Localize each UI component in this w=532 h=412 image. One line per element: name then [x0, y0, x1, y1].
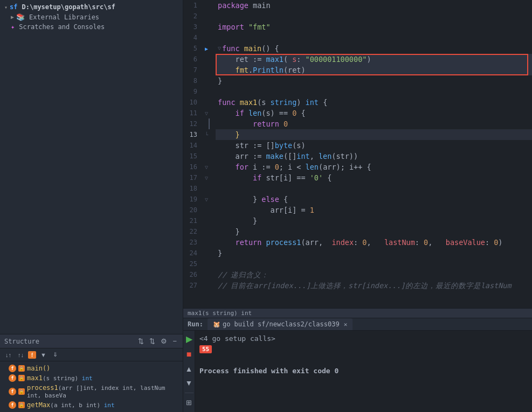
- ln-10: 10: [183, 97, 201, 108]
- expand2-btn[interactable]: ⇓: [51, 350, 60, 359]
- collapse-all-btn[interactable]: ↑↓: [16, 351, 26, 359]
- struct-item-main[interactable]: f 🔒 main(): [0, 364, 183, 373]
- token: byte: [275, 140, 293, 151]
- token: arr[i] =: [218, 205, 310, 215]
- tree-item-scratches[interactable]: ✦ Scratches and Consoles: [0, 22, 183, 32]
- gutter-19[interactable]: ▽: [205, 194, 216, 205]
- gutter-10: [205, 97, 216, 108]
- output-setup-calls: <4 go setup calls>: [199, 333, 528, 344]
- token: ): [296, 97, 305, 108]
- code-line-2: [216, 11, 532, 22]
- setup-text: <4 go setup calls>: [199, 334, 275, 343]
- token: {: [323, 172, 331, 183]
- tree-scratch-label: Scratches and Consoles: [19, 23, 105, 31]
- output-exit: Process finished with exit code 0: [199, 365, 528, 376]
- scroll-up-btn[interactable]: ▲: [183, 364, 195, 374]
- run-panel: Run: 🐹 go build sf/newclass2/class039 ✕ …: [183, 318, 532, 412]
- view-btn[interactable]: ▼: [38, 351, 49, 359]
- play-btn[interactable]: ▶: [184, 333, 195, 345]
- settings-btn[interactable]: ⚙: [159, 337, 169, 346]
- gutter-13[interactable]: └: [205, 129, 216, 140]
- ln-3: 3: [183, 22, 201, 32]
- token: 0: [284, 118, 288, 129]
- token: {: [279, 194, 288, 205]
- code-line-13: }: [216, 129, 532, 140]
- token: fmt: [236, 65, 248, 75]
- expand-all-btn[interactable]: ↓↑: [3, 351, 13, 359]
- token: [218, 162, 236, 172]
- ln-27: 27: [183, 280, 201, 291]
- gutter-17[interactable]: ▽: [205, 172, 216, 183]
- filter-btn[interactable]: f: [28, 351, 36, 359]
- struct-item-getmax[interactable]: f 🔒 getMax(a int, b int) int: [0, 400, 183, 410]
- token: }: [218, 75, 222, 86]
- token: (: [284, 54, 292, 65]
- token: func: [218, 97, 236, 108]
- code-line-27: // 目前在arr[index...]上做选择，str[index...]的左边…: [216, 280, 532, 291]
- ln-1: 1: [183, 0, 201, 11]
- ln-7: 7: [183, 65, 201, 75]
- struct-item-process1[interactable]: f 🔒 process1(arr []int, index int, lastN…: [0, 383, 183, 400]
- token: :: [415, 237, 424, 248]
- fold-inline-5: ▽: [218, 43, 221, 54]
- gutter-8: [205, 75, 216, 86]
- code-line-14: str := []byte(s): [216, 140, 532, 151]
- code-line-22: }: [216, 226, 532, 237]
- token: 1: [310, 205, 314, 215]
- code-editor[interactable]: 1 2 3 4 5 6 7 8 9 10 11 12 13 14 15 16 1…: [183, 0, 532, 308]
- func-name-getmax: getMax(a int, b int) int: [27, 401, 115, 409]
- tree-item-sf[interactable]: ▾ sf D:\mysetup\gopath\src\sf: [0, 2, 183, 12]
- token: "000001100000": [306, 54, 367, 65]
- ln-8: 8: [183, 75, 201, 86]
- editor-area: 1 2 3 4 5 6 7 8 9 10 11 12 13 14 15 16 1…: [183, 0, 532, 412]
- code-line-6: ret := max1( s: "000001100000"): [216, 54, 532, 65]
- grid-btn[interactable]: ⊞: [184, 397, 194, 408]
- token: [218, 108, 236, 118]
- token: str[i] ==: [261, 172, 309, 183]
- gutter-5[interactable]: ▶: [205, 43, 216, 54]
- code-line-11: if len(s) == 0 {: [216, 108, 532, 118]
- fold-icon-19: ▽: [205, 197, 208, 202]
- run-tab-main[interactable]: 🐹 go build sf/newclass2/class039 ✕: [208, 318, 353, 330]
- token: max1: [240, 97, 258, 108]
- stop-btn[interactable]: ■: [184, 348, 194, 360]
- ln-25: 25: [183, 259, 201, 269]
- scroll-down-btn[interactable]: ▼: [183, 378, 195, 388]
- token: len: [248, 108, 261, 118]
- gutter-11[interactable]: ▽: [205, 108, 216, 118]
- token: 0: [424, 237, 428, 248]
- token: :: [354, 237, 362, 248]
- tree-item-external-libs[interactable]: ▶ 📚 External Libraries: [0, 12, 183, 22]
- gutter-16[interactable]: ▽: [205, 162, 216, 172]
- func-icon-process1: f: [9, 388, 16, 395]
- token: ): [498, 237, 502, 248]
- structure-panel: Structure ⇅ ⇅ ⚙ − ↓↑ ↑↓ f ▼ ⇓ f 🔒: [0, 334, 183, 412]
- sort-za-btn[interactable]: ⇅: [148, 337, 157, 346]
- token: [218, 118, 253, 129]
- code-line-25: [216, 259, 532, 269]
- tab-close-icon[interactable]: ✕: [344, 321, 348, 328]
- gutter-1: [205, 0, 216, 11]
- token: }: [218, 194, 261, 205]
- scratch-icon: ✦: [11, 23, 15, 31]
- code-line-20: arr[i] = 1: [216, 205, 532, 215]
- close-btn[interactable]: −: [171, 337, 178, 346]
- ln-22: 22: [183, 226, 201, 237]
- sort-az-btn[interactable]: ⇅: [136, 337, 146, 346]
- code-line-16: for i := 0; i < len(arr); i++ {: [216, 162, 532, 172]
- token: [240, 43, 244, 54]
- token: max1: [266, 54, 284, 65]
- token: ([]: [284, 151, 296, 162]
- token: lastNum: [384, 237, 415, 248]
- structure-items: f 🔒 main() f 🔒 max1(s string) int f 🔒 pr…: [0, 361, 183, 412]
- struct-item-max1[interactable]: f 🔒 max1(s string) int: [0, 373, 183, 383]
- run-tab-label: go build sf/newclass2/class039: [223, 320, 340, 328]
- run-tabs: Run: 🐹 go build sf/newclass2/class039 ✕: [183, 318, 532, 331]
- token: (s) ==: [261, 108, 292, 118]
- gutter-26: [205, 269, 216, 280]
- token: }: [218, 215, 257, 226]
- token: }: [236, 129, 240, 140]
- token: (ret): [284, 65, 306, 75]
- token: ; i <: [279, 162, 306, 172]
- code-line-10: func max1(s string) int {: [216, 97, 532, 108]
